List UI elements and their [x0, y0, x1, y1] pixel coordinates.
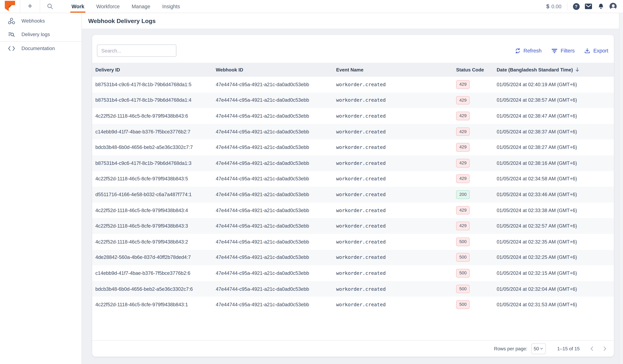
- table-row[interactable]: c14ebb9d-41f7-4bae-b376-7f5bce3776b2:7 4…: [92, 124, 614, 140]
- status-code-badge: 500: [456, 237, 470, 246]
- table-row[interactable]: 4c22f52d-1118-46c5-8cfe-979f9438b843:4 4…: [92, 202, 614, 218]
- date-cell: 01/05/2024 at 02:33:46 AM (GMT+6): [493, 187, 614, 202]
- event-name-cell: workorder.created: [333, 171, 453, 187]
- filters-icon: [551, 48, 558, 53]
- date-cell: 01/05/2024 at 02:32:04 AM (GMT+6): [493, 281, 614, 297]
- table-row[interactable]: 4c22f52d-1118-46c5-8cfe-979f9438b843:3 4…: [92, 218, 614, 234]
- webhook-id-cell: 47e44744-c95a-4921-a21c-da0ad0c53ebb: [213, 202, 333, 218]
- table-row[interactable]: 4c22f52d-1118-46c5-8cfe-979f9438b843:2 4…: [92, 234, 614, 250]
- status-code-badge: 429: [456, 96, 470, 105]
- delivery-id-cell: 4c22f52d-1118-46c5-8cfe-979f9438b843:4: [92, 202, 213, 218]
- previous-page-button[interactable]: [588, 345, 596, 352]
- table-row[interactable]: b87531b4-c9c6-417f-8c1b-79b6d4768da1:4 4…: [92, 92, 614, 108]
- inbox-button[interactable]: [585, 3, 592, 10]
- status-code-cell: 429: [453, 218, 493, 234]
- download-icon: [584, 47, 591, 54]
- filters-button[interactable]: Filters: [551, 48, 575, 54]
- event-name-cell: workorder.created: [333, 218, 453, 234]
- webhook-id-cell: 47e44744-c95a-4921-a21c-da0ad0c53ebb: [213, 218, 333, 234]
- search-input[interactable]: [97, 44, 176, 57]
- status-code-cell: 429: [453, 77, 493, 92]
- dollar-icon: $: [546, 3, 549, 9]
- table-row[interactable]: d5511716-4166-4e58-b032-c6a7a487f774:1 4…: [92, 187, 614, 202]
- status-code-cell: 200: [453, 187, 493, 202]
- webhook-id-cell: 47e44744-c95a-4921-a21c-da0ad0c53ebb: [213, 92, 333, 108]
- notifications-button[interactable]: [597, 3, 604, 10]
- table-row[interactable]: b87531b4-c9c6-417f-8c1b-79b6d4768da1:3 4…: [92, 155, 614, 171]
- webhook-icon: [8, 18, 15, 25]
- help-button[interactable]: ?: [573, 3, 580, 10]
- delivery-id-cell: 4c22f52d-1118-46c5-8cfe-979f9438b843:2: [92, 234, 213, 250]
- sidebar-item-delivery-logs[interactable]: Delivery logs: [0, 28, 81, 41]
- status-code-badge: 500: [456, 285, 470, 293]
- date-cell: 01/05/2024 at 02:32:15 AM (GMT+6): [493, 265, 614, 281]
- page-title: Webhook Delivery Logs: [88, 18, 156, 24]
- col-header-webhook-id[interactable]: Webhook ID: [213, 63, 333, 77]
- export-button[interactable]: Export: [584, 47, 608, 54]
- date-cell: 01/05/2024 at 02:34:58 AM (GMT+6): [493, 171, 614, 187]
- create-new-button[interactable]: +: [20, 0, 40, 13]
- page-scrollbar[interactable]: [619, 13, 623, 364]
- col-header-event-name[interactable]: Event Name: [333, 63, 453, 77]
- table-row[interactable]: 4c22f52d-1118-46c5-8cfe-979f9438b843:6 4…: [92, 108, 614, 124]
- status-code-badge: 429: [456, 143, 470, 152]
- date-cell: 01/05/2024 at 02:32:35 AM (GMT+6): [493, 234, 614, 250]
- webhook-id-cell: 47e44744-c95a-4921-a21c-da0ad0c53ebb: [213, 140, 333, 155]
- refresh-button[interactable]: Refresh: [514, 47, 542, 54]
- delivery-logs-table: Delivery ID Webhook ID Event Name Status…: [92, 63, 614, 313]
- status-code-badge: 500: [456, 253, 470, 262]
- primary-nav: Work Workforce Manage Insights: [66, 0, 186, 13]
- sort-desc-icon: [575, 67, 580, 72]
- balance-amount: 0.00: [551, 3, 561, 9]
- account-button[interactable]: [609, 3, 617, 10]
- status-code-cell: 500: [453, 265, 493, 281]
- status-code-cell: 500: [453, 234, 493, 250]
- status-code-badge: 500: [456, 300, 470, 309]
- date-cell: 01/05/2024 at 02:32:25 AM (GMT+6): [493, 250, 614, 265]
- status-code-cell: 429: [453, 155, 493, 171]
- table-toolbar: Refresh Filters: [92, 35, 614, 63]
- content-area: Refresh Filters: [82, 29, 623, 364]
- table-row[interactable]: bdcb3b48-6b0d-4656-beb2-a5e36c3302c7:6 4…: [92, 281, 614, 297]
- webhook-id-cell: 47e44744-c95a-4921-a21c-da0ad0c53ebb: [213, 234, 333, 250]
- webhook-id-cell: 47e44744-c95a-4921-a21c-da0ad0c53ebb: [213, 297, 333, 313]
- sidebar-item-webhooks[interactable]: Webhooks: [0, 14, 81, 28]
- status-code-cell: 429: [453, 171, 493, 187]
- delivery-id-cell: b87531b4-c9c6-417f-8c1b-79b6d4768da1:3: [92, 155, 213, 171]
- nav-item-workforce[interactable]: Workforce: [90, 0, 126, 13]
- date-cell: 01/05/2024 at 02:33:38 AM (GMT+6): [493, 202, 614, 218]
- col-header-date[interactable]: Date (Bangladesh Standard Time): [493, 63, 614, 77]
- webhook-id-cell: 47e44744-c95a-4921-a21c-da0ad0c53ebb: [213, 155, 333, 171]
- table-row[interactable]: b87531b4-c9c6-417f-8c1b-79b6d4768da1:5 4…: [92, 77, 614, 92]
- next-page-button[interactable]: [601, 345, 608, 352]
- col-header-delivery-id[interactable]: Delivery ID: [92, 63, 213, 77]
- webhook-id-cell: 47e44744-c95a-4921-a21c-da0ad0c53ebb: [213, 265, 333, 281]
- table-row[interactable]: 4de28842-560a-4b6e-837d-40ff2b78ded4:7 4…: [92, 250, 614, 265]
- status-code-badge: 429: [456, 206, 470, 214]
- nav-item-insights[interactable]: Insights: [156, 0, 186, 13]
- rows-per-page-select[interactable]: 50: [531, 343, 546, 354]
- balance-display[interactable]: $ 0.00: [546, 2, 567, 10]
- event-name-cell: workorder.created: [333, 108, 453, 124]
- status-code-badge: 500: [456, 269, 470, 278]
- status-code-badge: 429: [456, 112, 470, 120]
- table-row[interactable]: 4c22f52d-1118-46c5-8cfe-979f9438b843:5 4…: [92, 171, 614, 187]
- nav-item-work[interactable]: Work: [66, 0, 90, 13]
- webhook-id-cell: 47e44744-c95a-4921-a21c-da0ad0c53ebb: [213, 187, 333, 202]
- status-code-badge: 429: [456, 128, 470, 136]
- question-icon: ?: [573, 3, 579, 10]
- table-row[interactable]: bdcb3b48-6b0d-4656-beb2-a5e36c3302c7:7 4…: [92, 140, 614, 155]
- date-cell: 01/05/2024 at 02:38:16 AM (GMT+6): [493, 155, 614, 171]
- nav-item-manage[interactable]: Manage: [126, 0, 156, 13]
- app-logo[interactable]: [0, 0, 20, 13]
- sidebar-item-documentation[interactable]: Documentation: [0, 42, 81, 55]
- pagination-bar: Rows per page: 50 1–15 of 15: [92, 340, 614, 357]
- status-code-badge: 429: [456, 80, 470, 89]
- delivery-id-cell: c14ebb9d-41f7-4bae-b376-7f5bce3776b2:6: [92, 265, 213, 281]
- table-row[interactable]: 4c22f52d-1118-46c5-8cfe-979f9438b843:1 4…: [92, 297, 614, 313]
- global-search-button[interactable]: [40, 0, 60, 13]
- pagination-range: 1–15 of 15: [557, 346, 580, 351]
- col-header-status-code[interactable]: Status Code: [453, 63, 493, 77]
- table-row[interactable]: c14ebb9d-41f7-4bae-b376-7f5bce3776b2:6 4…: [92, 265, 614, 281]
- avatar: [609, 3, 617, 10]
